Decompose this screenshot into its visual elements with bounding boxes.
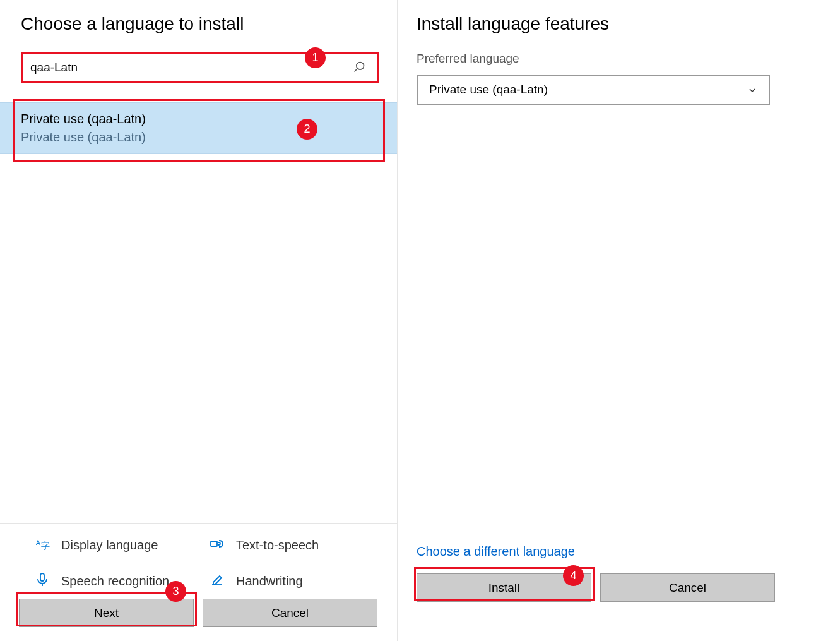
result-primary-text: Private use (qaa-Latn) [21,112,397,126]
feature-label: Display language [61,538,158,553]
svg-text:字: 字 [41,541,50,551]
dropdown-value: Private use (qaa-Latn) [429,83,548,97]
button-row: Install Cancel [417,573,775,602]
display-language-icon: A 字 [35,536,50,554]
feature-display-language: A 字 Display language [35,536,203,554]
result-secondary-text: Private use (qaa-Latn) [21,130,397,145]
preferred-language-label: Preferred language [417,52,840,66]
callout-1: 1 [305,47,326,68]
text-to-speech-icon [210,536,225,554]
preferred-language-dropdown[interactable]: Private use (qaa-Latn) [417,75,770,105]
next-button[interactable]: Next [19,599,194,627]
install-features-pane: Install language features Preferred lang… [398,0,840,641]
speech-recognition-icon [35,572,50,590]
handwriting-icon [210,572,225,590]
page-title: Choose a language to install [21,14,397,34]
search-result-item[interactable]: Private use (qaa-Latn) Private use (qaa-… [0,102,397,154]
svg-rect-5 [40,573,44,581]
search-icon[interactable] [353,61,365,73]
search-results: Private use (qaa-Latn) Private use (qaa-… [0,102,397,154]
button-row: Next Cancel [19,599,377,627]
feature-text-to-speech: Text-to-speech [210,536,378,554]
svg-text:A: A [36,539,40,546]
callout-3: 3 [165,581,186,602]
svg-line-1 [355,69,358,72]
svg-rect-4 [211,541,217,546]
callout-4: 4 [563,565,584,586]
chevron-down-icon [747,85,757,95]
feature-label: Speech recognition [61,574,169,589]
feature-handwriting: Handwriting [210,572,378,590]
feature-label: Text-to-speech [236,538,319,553]
svg-point-0 [357,63,364,70]
feature-legend: A 字 Display language Text-to-speech [0,523,397,590]
page-title: Install language features [417,14,840,34]
feature-label: Handwriting [236,574,303,589]
callout-2: 2 [297,119,317,140]
choose-different-language-link[interactable]: Choose a different language [417,544,575,559]
cancel-button[interactable]: Cancel [203,599,377,627]
cancel-button[interactable]: Cancel [600,573,775,602]
choose-language-pane: Choose a language to install 1 Private u… [0,0,398,641]
